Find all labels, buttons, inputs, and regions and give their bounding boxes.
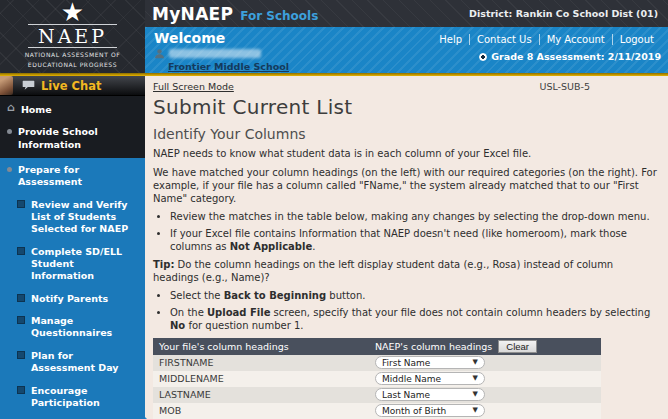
header-link-my-account[interactable]: My Account xyxy=(539,34,612,45)
bullet-dot-icon xyxy=(7,129,12,134)
chat-bubble-icon xyxy=(22,80,35,91)
main-content: Full Screen Mode USL-SUB-5 Submit Curren… xyxy=(145,76,668,419)
sidebar: Live Chat ⌂HomeProvide School Informatio… xyxy=(0,76,145,419)
sidebar-item-label: Plan for Assessment Day xyxy=(31,350,139,375)
header-link-logout[interactable]: Logout xyxy=(612,34,661,45)
live-chat-agent-avatar xyxy=(0,76,13,95)
brand-title: MyNAEP xyxy=(152,4,233,24)
sidebar-item-provide-school-information[interactable]: Provide School Information xyxy=(0,121,145,156)
naep-logo-text: NAEP xyxy=(28,24,117,48)
page-code: USL-SUB-5 xyxy=(539,81,658,92)
assessment-label: Grade 8 Assessment: 2/11/2019 xyxy=(491,51,661,62)
chevron-down-icon: ▼ xyxy=(473,391,478,398)
tip-paragraph: Tip: Do the column headings on the left … xyxy=(153,258,658,284)
welcome-user-row xyxy=(154,48,261,59)
header-link-help[interactable]: Help xyxy=(432,34,469,45)
brand: MyNAEP For Schools xyxy=(145,4,318,24)
naep-logo-panel: ★ NAEP National Assessment of Educationa… xyxy=(0,0,145,73)
table-row: MOBMonth of Birth▼ xyxy=(153,403,601,419)
naep-logo-tagline: National Assessment of Educational Progr… xyxy=(21,50,125,69)
file-column-heading: LASTNAME xyxy=(153,389,375,400)
sidebar-item-update-student-list[interactable]: Update Student List xyxy=(0,414,145,419)
naep-heading-select-mob[interactable]: Month of Birth▼ xyxy=(375,404,485,417)
sidebar-item-label: Notify Parents xyxy=(31,293,108,305)
chevron-down-icon: ▼ xyxy=(473,407,478,414)
instruction-bullet: Review the matches in the table below, m… xyxy=(170,211,658,224)
sidebar-item-encourage-participation[interactable]: Encourage Participation xyxy=(0,380,145,415)
home-icon: ⌂ xyxy=(7,103,15,113)
checkbox-square-icon xyxy=(17,386,25,394)
clear-button[interactable]: Clear xyxy=(498,340,537,353)
sidebar-item-label: Encourage Participation xyxy=(31,385,139,410)
assessment-radio-icon[interactable] xyxy=(479,53,487,61)
school-name-link[interactable]: Frontier Middle School xyxy=(168,61,289,72)
checkbox-square-icon xyxy=(17,200,25,208)
selected-naep-heading: Middle Name xyxy=(382,374,441,384)
naep-heading-select-middlename[interactable]: Middle Name▼ xyxy=(375,372,485,385)
column-match-table: Your file's column headings NAEP's colum… xyxy=(153,338,601,419)
instruction-bullet: If your Excel file contains Information … xyxy=(170,228,658,254)
sidebar-item-label: Complete SD/ELL Student Information xyxy=(31,246,139,283)
nav-group-prepare: Prepare for AssessmentReview and Verify … xyxy=(0,158,145,419)
sidebar-item-complete-sd-ell-student-information[interactable]: Complete SD/ELL Student Information xyxy=(0,241,145,288)
live-chat-label: Live Chat xyxy=(41,79,101,93)
sidebar-item-notify-parents[interactable]: Notify Parents xyxy=(0,288,145,310)
sidebar-item-home[interactable]: ⌂Home xyxy=(0,99,145,121)
mynaep-app: ★ NAEP National Assessment of Educationa… xyxy=(0,0,668,419)
district-label: District: Rankin Co School Dist (01) xyxy=(469,8,668,19)
sidebar-item-plan-for-assessment-day[interactable]: Plan for Assessment Day xyxy=(0,345,145,380)
checkbox-square-icon xyxy=(17,351,25,359)
assessment-row: Grade 8 Assessment: 2/11/2019 xyxy=(479,51,661,62)
sidebar-item-label: Provide School Information xyxy=(18,126,139,151)
file-column-heading: MOB xyxy=(153,405,375,416)
table-row: MIDDLENAMEMiddle Name▼ xyxy=(153,371,601,387)
sidebar-item-label: Manage Questionnaires xyxy=(31,315,139,340)
user-icon xyxy=(154,48,165,59)
instruction-list-2: Select the Back to Beginning button.On t… xyxy=(159,290,658,332)
chevron-down-icon: ▼ xyxy=(473,375,478,382)
sidebar-item-label: Home xyxy=(21,104,52,116)
header-link-contact-us[interactable]: Contact Us xyxy=(469,34,539,45)
checkbox-square-icon xyxy=(17,316,25,324)
header-links: HelpContact UsMy AccountLogout xyxy=(432,34,661,45)
nav-group-top: ⌂HomeProvide School Information xyxy=(0,96,145,158)
match-explanation-paragraph: We have matched your column headings (on… xyxy=(153,166,658,205)
table-row: FIRSTNAMEFirst Name▼ xyxy=(153,355,601,371)
instruction-bullet: Select the Back to Beginning button. xyxy=(170,290,658,303)
sidebar-item-label: Prepare for Assessment xyxy=(18,164,139,189)
checkbox-square-icon xyxy=(17,247,25,255)
naep-heading-select-lastname[interactable]: Last Name▼ xyxy=(375,388,485,401)
instruction-list-1: Review the matches in the table below, m… xyxy=(159,211,658,253)
sidebar-item-review-and-verify-list-of-students-selected-for-naep[interactable]: Review and Verify List of Students Selec… xyxy=(0,194,145,241)
instruction-bullet: On the Upload File screen, specify that … xyxy=(170,307,658,333)
top-header-band: MyNAEP For Schools District: Rankin Co S… xyxy=(145,0,668,27)
blue-header-band: Welcome Frontier Middle School HelpConta… xyxy=(145,27,668,73)
live-chat-button[interactable]: Live Chat xyxy=(0,76,145,96)
file-column-heading: MIDDLENAME xyxy=(153,373,375,384)
selected-naep-heading: Last Name xyxy=(382,390,430,400)
gold-divider xyxy=(0,73,668,76)
bullet-dot-icon xyxy=(7,167,12,172)
sidebar-item-prepare-for-assessment[interactable]: Prepare for Assessment xyxy=(0,159,145,194)
sidebar-item-label: Review and Verify List of Students Selec… xyxy=(31,199,139,236)
welcome-label: Welcome xyxy=(154,30,225,46)
file-column-heading: FIRSTNAME xyxy=(153,357,375,368)
table-header-row: Your file's column headings NAEP's colum… xyxy=(153,338,601,355)
file-headings-column-header: Your file's column headings xyxy=(153,341,375,352)
sidebar-item-manage-questionnaires[interactable]: Manage Questionnaires xyxy=(0,310,145,345)
sidebar-nav: ⌂HomeProvide School Information Prepare … xyxy=(0,96,145,419)
full-screen-mode-link[interactable]: Full Screen Mode xyxy=(153,81,234,92)
naep-heading-select-firstname[interactable]: First Name▼ xyxy=(375,356,485,369)
section-title: Identify Your Columns xyxy=(153,126,658,142)
user-name-redacted xyxy=(169,49,261,58)
checkbox-square-icon xyxy=(17,294,25,302)
brand-subtitle: For Schools xyxy=(240,9,318,23)
table-row: LASTNAMELast Name▼ xyxy=(153,387,601,403)
naep-headings-column-header: NAEP's column headings xyxy=(375,341,492,352)
selected-naep-heading: First Name xyxy=(382,358,430,368)
naep-star-icon: ★ xyxy=(61,0,84,24)
chevron-down-icon: ▼ xyxy=(473,359,478,366)
table-body: FIRSTNAMEFirst Name▼MIDDLENAMEMiddle Nam… xyxy=(153,355,601,419)
intro-paragraph: NAEP needs to know what student data is … xyxy=(153,147,658,160)
selected-naep-heading: Month of Birth xyxy=(382,406,446,416)
